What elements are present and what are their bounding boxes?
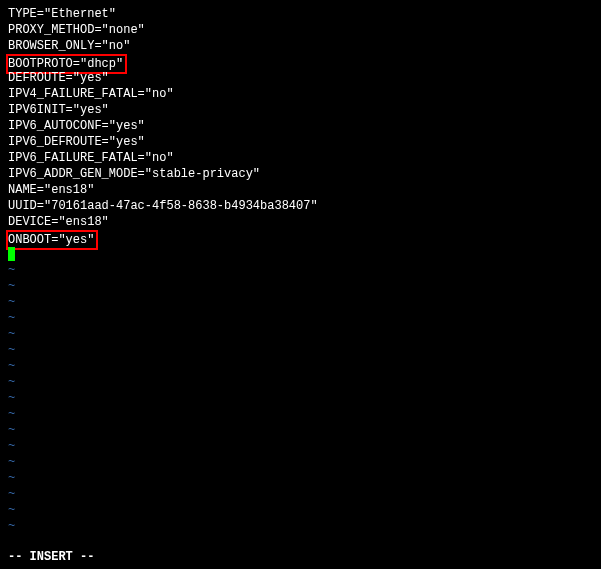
empty-line-tilde: ~ [8, 278, 601, 294]
empty-line-tilde: ~ [8, 374, 601, 390]
config-line-browser-only: BROWSER_ONLY="no" [8, 38, 601, 54]
cursor-block [8, 247, 15, 261]
config-line-bootproto: BOOTPROTO="dhcp" [8, 54, 601, 70]
empty-line-tilde: ~ [8, 294, 601, 310]
config-line-proxy-method: PROXY_METHOD="none" [8, 22, 601, 38]
vim-mode-status: -- INSERT -- [8, 549, 94, 565]
config-line-ipv6-failure-fatal: IPV6_FAILURE_FATAL="no" [8, 150, 601, 166]
config-line-type: TYPE="Ethernet" [8, 6, 601, 22]
empty-line-tilde: ~ [8, 454, 601, 470]
highlight-onboot: ONBOOT="yes" [6, 230, 98, 250]
config-line-ipv6-addr-gen-mode: IPV6_ADDR_GEN_MODE="stable-privacy" [8, 166, 601, 182]
empty-line-tilde: ~ [8, 326, 601, 342]
empty-line-tilde: ~ [8, 502, 601, 518]
empty-line-tilde: ~ [8, 390, 601, 406]
empty-line-tilde: ~ [8, 262, 601, 278]
empty-line-tilde: ~ [8, 406, 601, 422]
config-line-device: DEVICE="ens18" [8, 214, 601, 230]
empty-line-tilde: ~ [8, 358, 601, 374]
empty-line-tilde: ~ [8, 310, 601, 326]
config-line-ipv6-autoconf: IPV6_AUTOCONF="yes" [8, 118, 601, 134]
terminal-editor[interactable]: TYPE="Ethernet" PROXY_METHOD="none" BROW… [0, 0, 601, 569]
empty-line-tilde: ~ [8, 518, 601, 534]
config-line-defroute: DEFROUTE="yes" [8, 70, 601, 86]
config-line-ipv6-defroute: IPV6_DEFROUTE="yes" [8, 134, 601, 150]
empty-line-tilde: ~ [8, 438, 601, 454]
config-line-onboot: ONBOOT="yes" [8, 230, 601, 246]
config-line-ipv6init: IPV6INIT="yes" [8, 102, 601, 118]
config-line-name: NAME="ens18" [8, 182, 601, 198]
empty-line-tilde: ~ [8, 486, 601, 502]
empty-line-tilde: ~ [8, 342, 601, 358]
config-line-ipv4-failure-fatal: IPV4_FAILURE_FATAL="no" [8, 86, 601, 102]
config-line-uuid: UUID="70161aad-47ac-4f58-8638-b4934ba384… [8, 198, 601, 214]
empty-line-tilde: ~ [8, 422, 601, 438]
empty-line-tilde: ~ [8, 470, 601, 486]
